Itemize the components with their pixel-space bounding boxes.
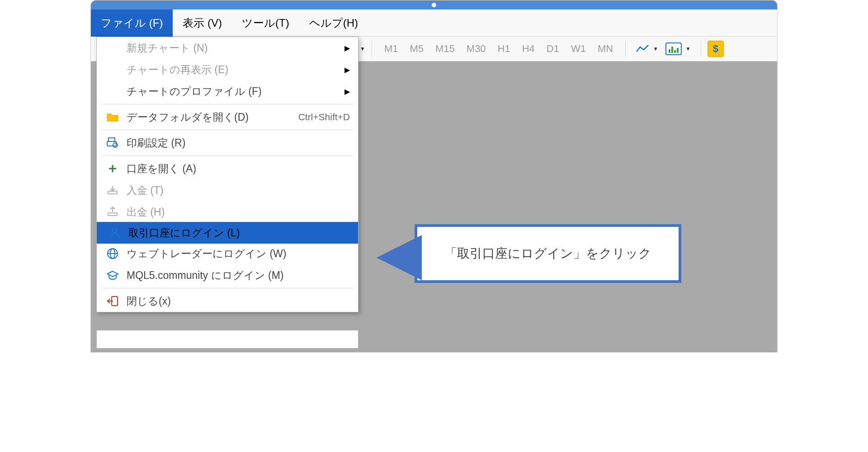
- menu-item-label: MQL5.community にログイン (M): [127, 268, 350, 282]
- menu-item-open-data-folder[interactable]: データフォルダを開く(D) Ctrl+Shift+D: [97, 106, 358, 128]
- svg-point-9: [112, 228, 117, 233]
- svg-rect-7: [108, 213, 117, 216]
- toolbar-separator: [701, 41, 701, 57]
- svg-rect-5: [108, 191, 117, 194]
- exit-icon: [105, 293, 120, 309]
- timeframe-h4[interactable]: H4: [516, 43, 541, 55]
- menu-separator: [101, 104, 354, 104]
- submenu-arrow-icon: ▶: [344, 87, 350, 96]
- instruction-callout: 「取引口座にログイン」をクリック: [415, 224, 681, 283]
- menu-item-label: 取引口座にログイン (L): [128, 226, 348, 240]
- callout-text: 「取引口座にログイン」をクリック: [444, 245, 651, 262]
- line-chart-icon: [636, 44, 649, 53]
- submenu-arrow-icon: ▶: [344, 66, 350, 74]
- menu-item-label: チャートのプロファイル (F): [127, 85, 340, 99]
- menu-separator: [101, 130, 354, 130]
- timeframe-m15[interactable]: M15: [429, 43, 461, 55]
- menu-item-login-trade-account[interactable]: 取引口座にログイン (L): [97, 222, 358, 244]
- submenu-arrow-icon: ▶: [344, 44, 350, 52]
- globe-icon: [105, 246, 120, 261]
- menu-item-close[interactable]: 閉じる(x): [97, 290, 358, 312]
- bar-chart-button[interactable]: ▼: [662, 42, 694, 55]
- dollar-button[interactable]: $: [708, 41, 724, 57]
- timeframe-m30[interactable]: M30: [461, 43, 492, 55]
- menu-item-label: チャートの再表示 (E): [127, 63, 340, 77]
- deposit-icon: [105, 183, 120, 198]
- menu-separator: [101, 155, 354, 156]
- menu-item-deposit: 入金 (T): [97, 179, 358, 201]
- menu-item-label: 出金 (H): [127, 205, 350, 219]
- folder-icon: [105, 109, 120, 125]
- menu-item-label: ウェブトレーダーにログイン (W): [127, 247, 350, 261]
- menu-shortcut: Ctrl+Shift+D: [298, 112, 350, 122]
- bar-chart-icon: [665, 42, 682, 55]
- timeframe-m5[interactable]: M5: [404, 43, 429, 55]
- timeframe-mn[interactable]: MN: [592, 43, 619, 55]
- menu-item-label: 新規チャート (N): [127, 41, 340, 55]
- timeframe-w1[interactable]: W1: [565, 43, 592, 55]
- menu-file[interactable]: ファイル (F): [91, 9, 173, 37]
- file-menu-dropdown: 新規チャート (N) ▶ チャートの再表示 (E) ▶ チャートのプロファイル …: [96, 37, 359, 312]
- toolbar-separator: [625, 41, 626, 57]
- menu-separator: [101, 288, 354, 288]
- menu-item-label: 印刷設定 (R): [127, 136, 350, 150]
- menu-item-label: データフォルダを開く(D): [127, 110, 298, 124]
- svg-rect-1: [107, 141, 116, 146]
- withdraw-icon: [105, 204, 120, 220]
- timeframe-m1[interactable]: M1: [378, 43, 404, 55]
- titlebar: [91, 0, 777, 9]
- menu-item-new-chart[interactable]: 新規チャート (N) ▶: [97, 37, 358, 59]
- menu-item-print-setup[interactable]: 印刷設定 (R): [97, 132, 358, 154]
- chevron-down-icon: ▼: [685, 46, 691, 52]
- menu-view[interactable]: 表示 (V): [173, 9, 232, 37]
- menu-item-chart-profile[interactable]: チャートのプロファイル (F) ▶: [97, 80, 358, 102]
- menu-item-open-account[interactable]: 口座を開く (A): [97, 158, 358, 179]
- timeframe-d1[interactable]: D1: [541, 43, 565, 55]
- svg-marker-17: [377, 238, 420, 278]
- menu-item-login-mql5[interactable]: MQL5.community にログイン (M): [97, 264, 358, 286]
- graduation-cap-icon: [105, 268, 120, 283]
- menu-item-label: 口座を開く (A): [127, 162, 350, 176]
- app-window: ファイル (F) 表示 (V) ツール(T) ヘルプ(H) ▼ M1 M5 M1…: [90, 0, 778, 353]
- panel-strip: [96, 330, 359, 348]
- chevron-down-icon: ▼: [653, 46, 658, 52]
- menubar: ファイル (F) 表示 (V) ツール(T) ヘルプ(H): [91, 9, 777, 37]
- svg-rect-0: [108, 138, 115, 141]
- timeframe-h1[interactable]: H1: [492, 43, 516, 55]
- titlebar-dot: [432, 3, 436, 7]
- menu-help[interactable]: ヘルプ(H): [299, 9, 368, 37]
- menu-item-withdraw: 出金 (H): [97, 201, 358, 223]
- menu-tools[interactable]: ツール(T): [232, 9, 299, 37]
- toolbar-dropdown-chevron[interactable]: ▼: [360, 46, 365, 52]
- toolbar-separator: [372, 41, 372, 57]
- line-chart-button[interactable]: ▼: [632, 44, 662, 53]
- menu-item-reshow-chart[interactable]: チャートの再表示 (E) ▶: [97, 59, 358, 80]
- menu-item-login-webtrader[interactable]: ウェブトレーダーにログイン (W): [97, 243, 358, 264]
- person-icon: [107, 225, 122, 240]
- menu-item-label: 閉じる(x): [127, 294, 350, 308]
- print-gear-icon: [105, 135, 120, 151]
- menu-item-label: 入金 (T): [127, 184, 350, 198]
- plus-icon: [105, 161, 120, 176]
- svg-point-2: [113, 143, 118, 147]
